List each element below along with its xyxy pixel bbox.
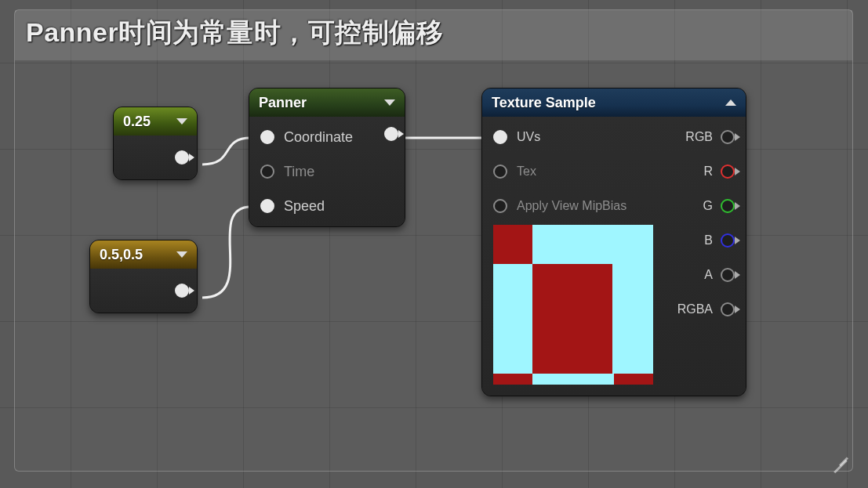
output-pin-rgb[interactable] <box>721 130 735 144</box>
panner-node-header[interactable]: Panner <box>249 89 405 117</box>
chevron-up-icon[interactable] <box>725 99 736 106</box>
output-pin-r[interactable] <box>721 164 735 179</box>
constant-node-1[interactable]: 0.25 <box>113 107 198 180</box>
panner-node-title: Panner <box>259 95 307 111</box>
constant-node-1-header[interactable]: 0.25 <box>114 107 197 136</box>
output-pin-a[interactable] <box>721 268 735 282</box>
comment-title[interactable]: Panner时间为常量时，可控制偏移 <box>15 10 852 60</box>
input-pin-coordinate[interactable] <box>260 130 274 144</box>
input-pin-time[interactable] <box>260 164 274 179</box>
output-label: RGBA <box>677 302 713 316</box>
output-pin-rgba[interactable] <box>721 302 735 316</box>
resize-handle-icon[interactable] <box>832 450 849 468</box>
ts-row-mipbias: Apply View MipBias G <box>482 189 746 223</box>
texture-sample-node[interactable]: Texture Sample UVs RGB Tex R <box>481 88 746 396</box>
output-label: B <box>704 233 713 248</box>
output-label: R <box>703 164 713 179</box>
input-label: Coordinate <box>284 129 353 146</box>
output-pin-g[interactable] <box>721 199 735 213</box>
input-pin-mipbias[interactable] <box>493 199 507 213</box>
input-label: Speed <box>284 198 325 215</box>
constant-node-2-header[interactable]: 0.5,0.5 <box>90 240 197 269</box>
input-pin-speed[interactable] <box>260 199 274 213</box>
input-label: Tex <box>517 164 536 179</box>
panner-input-time[interactable]: Time <box>249 154 405 189</box>
constant-node-2-output-pin[interactable] <box>175 284 189 298</box>
chevron-down-icon[interactable] <box>384 99 395 106</box>
panner-input-coordinate[interactable]: Coordinate <box>249 120 405 154</box>
texture-preview[interactable] <box>493 225 653 385</box>
input-label: Time <box>284 164 314 180</box>
constant-node-1-output-pin[interactable] <box>175 150 189 164</box>
chevron-down-icon[interactable] <box>176 118 187 125</box>
chevron-down-icon[interactable] <box>176 251 187 258</box>
output-label: RGB <box>685 130 713 144</box>
ts-row-tex: Tex R <box>482 154 746 189</box>
panner-output-pin[interactable] <box>384 127 398 141</box>
texture-sample-header[interactable]: Texture Sample <box>482 89 746 117</box>
constant-node-1-value: 0.25 <box>123 114 151 130</box>
texture-sample-title: Texture Sample <box>492 95 596 111</box>
output-pin-b[interactable] <box>721 233 735 248</box>
output-label: A <box>704 268 713 282</box>
panner-node[interactable]: Panner Coordinate Time Speed <box>249 88 405 227</box>
panner-input-speed[interactable]: Speed <box>249 189 405 223</box>
constant-node-2[interactable]: 0.5,0.5 <box>89 240 198 313</box>
input-label: UVs <box>517 130 540 144</box>
constant-node-2-value: 0.5,0.5 <box>100 247 143 263</box>
ts-row-uvs: UVs RGB <box>482 120 746 154</box>
input-pin-tex[interactable] <box>493 164 507 179</box>
input-label: Apply View MipBias <box>517 199 626 213</box>
output-label: G <box>703 199 713 213</box>
input-pin-uvs[interactable] <box>493 130 507 144</box>
